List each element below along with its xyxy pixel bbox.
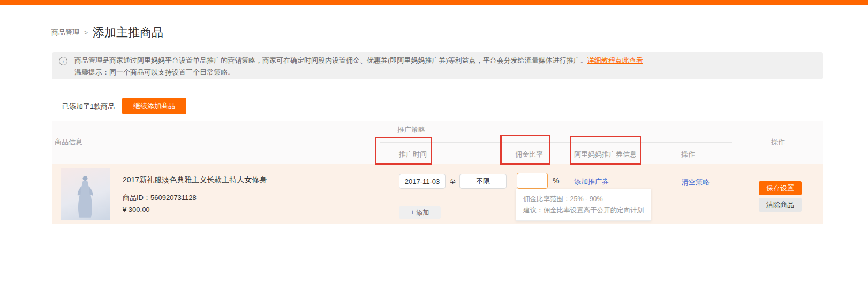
product-row: 2017新礼服淡色典雅主义长款主持人女修身 商品ID：560920731128 … xyxy=(52,164,823,224)
commission-rate-input[interactable] xyxy=(517,173,548,189)
add-strategy-button[interactable]: + 添加 xyxy=(399,206,441,219)
column-header-commission-rate: 佣金比率 xyxy=(515,150,543,159)
product-price: ¥ 300.00 xyxy=(123,205,150,213)
product-id: 商品ID：560920731128 xyxy=(123,193,197,203)
column-header-action: 操作 xyxy=(771,137,785,147)
column-header-coupon-info: 阿里妈妈推广券信息 xyxy=(574,150,637,159)
page-title: 添加主推商品 xyxy=(93,25,163,41)
strategy-group-divider xyxy=(380,142,732,143)
notice-line1: 商品管理是商家通过阿里妈妈平台设置单品推广的营销策略，商家可在确定时间段内设置佣… xyxy=(74,55,643,66)
tooltip-line2: 建议：佣金比率设置高于公开的定向计划 xyxy=(523,205,644,216)
notice-text: 商品管理是商家通过阿里妈妈平台设置单品推广的营销策略，商家可在确定时间段内设置佣… xyxy=(74,55,643,78)
column-header-strategy-group: 推广策略 xyxy=(397,125,425,135)
top-accent-bar xyxy=(0,0,868,5)
dress-figure-icon xyxy=(73,174,97,220)
breadcrumb-parent-link[interactable]: 商品管理 xyxy=(51,28,79,38)
continue-add-button[interactable]: 继续添加商品 xyxy=(122,98,186,114)
breadcrumb-separator: > xyxy=(84,29,88,36)
clear-strategy-link[interactable]: 清空策略 xyxy=(682,178,710,187)
column-header-inner-action: 操作 xyxy=(681,150,695,159)
notice-box: i 商品管理是商家通过阿里妈妈平台设置单品推广的营销策略，商家可在确定时间段内设… xyxy=(52,52,823,79)
info-icon: i xyxy=(59,57,67,65)
product-title: 2017新礼服淡色典雅主义长款主持人女修身 xyxy=(123,175,267,185)
start-date-input[interactable] xyxy=(399,174,446,189)
save-settings-button[interactable]: 保存设置 xyxy=(759,181,802,195)
breadcrumb: 商品管理 > 添加主推商品 xyxy=(51,25,163,41)
end-date-input[interactable] xyxy=(459,174,507,189)
added-count-text: 已添加了1款商品 xyxy=(62,102,115,112)
commission-rate-tooltip: 佣金比率范围：25% - 90% 建议：佣金比率设置高于公开的定向计划 xyxy=(516,189,651,221)
percent-label: % xyxy=(553,176,559,185)
remove-product-button[interactable]: 清除商品 xyxy=(759,198,802,212)
column-header-product-info: 商品信息 xyxy=(55,137,82,147)
date-range-to-label: 至 xyxy=(449,177,456,187)
tooltip-line1: 佣金比率范围：25% - 90% xyxy=(523,194,644,205)
tutorial-link[interactable]: 详细教程点此查看 xyxy=(587,56,643,64)
notice-line2: 温馨提示：同一个商品可以支持设置三个日常策略。 xyxy=(74,66,643,78)
page: 商品管理 > 添加主推商品 i 商品管理是商家通过阿里妈妈平台设置单品推广的营销… xyxy=(0,0,868,281)
add-coupon-link[interactable]: 添加推广券 xyxy=(574,177,609,187)
product-image xyxy=(61,168,110,220)
column-header-promo-time: 推广时间 xyxy=(399,150,427,159)
